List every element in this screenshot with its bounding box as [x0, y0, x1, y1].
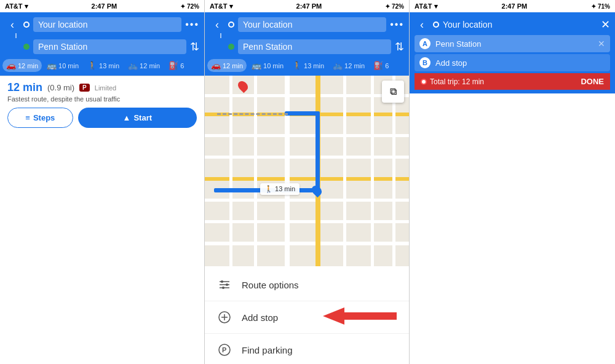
- route-options-icon: [217, 277, 232, 292]
- route-p2-dashed: [217, 113, 288, 116]
- menu-route-options[interactable]: Route options: [205, 269, 409, 301]
- status-right-1: ✦ 72%: [180, 3, 199, 10]
- status-bar-1: AT&T ▾ 2:47 PM ✦ 72%: [0, 0, 204, 12]
- back-button-1[interactable]: ‹: [5, 18, 20, 31]
- tab-bike-2[interactable]: 🚲 12 min: [329, 59, 368, 72]
- red-arrow-panel2: [323, 306, 397, 328]
- more-transport-time-1: 6: [180, 62, 184, 69]
- tab-transit-2[interactable]: 🚌 10 min: [248, 59, 287, 72]
- distance-1: (0.9 mi): [47, 83, 74, 92]
- status-bar-2: AT&T ▾ 2:47 PM ✦ 72%: [205, 0, 409, 12]
- stop-row-b[interactable]: B Add stop: [415, 54, 610, 71]
- menu-find-parking[interactable]: P Find parking: [205, 334, 409, 364]
- connector-2: [220, 33, 221, 38]
- road-p2-h8: [205, 242, 409, 245]
- swap-button-2[interactable]: ⇅: [395, 40, 404, 53]
- battery-icon-1: ✦ 72%: [180, 3, 199, 10]
- blue-header-1: ‹ ••• ⇅: [0, 12, 204, 59]
- transit-time-1: 10 min: [58, 62, 79, 69]
- route-options-label: Route options: [242, 280, 299, 290]
- stop-letter-b: B: [419, 57, 430, 68]
- panel-1: AT&T ▾ 2:47 PM ✦ 72% ‹ ••• ⇅ 🚗 12 min 🚌: [0, 0, 205, 364]
- transit-time-2: 10 min: [263, 62, 284, 69]
- find-parking-label: Find parking: [242, 345, 293, 355]
- transport-tabs-2: 🚗 12 min 🚌 10 min 🚶 13 min 🚲 12 min ⛽ 6: [205, 59, 409, 76]
- svg-text:P: P: [222, 346, 226, 354]
- tab-walk-2[interactable]: 🚶 13 min: [288, 59, 328, 72]
- dest-input-1[interactable]: [33, 39, 186, 54]
- status-left-2: AT&T ▾: [210, 2, 233, 10]
- walk-icon-1: 🚶: [87, 61, 97, 70]
- blue-header-2: ‹ ••• ⇅: [205, 12, 409, 59]
- bike-time-1: 12 min: [140, 62, 160, 69]
- status-time-3: 2:47 PM: [502, 2, 528, 10]
- back-button-3[interactable]: ‹: [415, 18, 429, 31]
- road-p2-v1: [229, 76, 232, 266]
- origin-dot-3: [433, 22, 439, 28]
- carrier-2: AT&T ▾: [210, 2, 233, 10]
- status-bar-3: AT&T ▾ 2:47 PM ✦ 71%: [410, 0, 615, 12]
- back-button-2[interactable]: ‹: [210, 18, 224, 31]
- battery-icon-3: ✦ 71%: [591, 3, 610, 10]
- big-time-1: 12 min: [7, 81, 42, 94]
- more-transport-icon-2: ⛽: [373, 61, 383, 70]
- status-right-2: ✦ 72%: [385, 3, 404, 10]
- svg-point-6: [222, 287, 224, 289]
- road-p2-v2: [254, 76, 257, 266]
- road-p2-h4: [205, 156, 409, 159]
- close-button-3[interactable]: ✕: [601, 18, 610, 31]
- status-time-2: 2:47 PM: [296, 2, 322, 10]
- menu-list-2: Route options Add stop P Find parking: [205, 266, 409, 364]
- tab-more-1[interactable]: ⛽ 6: [165, 59, 188, 72]
- drive-time-2: 12 min: [223, 62, 243, 69]
- bike-icon-1: 🚲: [128, 61, 138, 70]
- road-p2-h6: [205, 199, 409, 202]
- svg-point-4: [221, 280, 223, 283]
- connector-1: [15, 33, 17, 38]
- stop-close-a[interactable]: ✕: [598, 39, 605, 49]
- panel-3: AT&T ▾ 2:47 PM ✦ 71% ‹ Your location ✕ A…: [410, 0, 615, 364]
- road-p2-v6: [371, 76, 374, 266]
- tab-walk-1[interactable]: 🚶 13 min: [84, 59, 123, 72]
- stop-name-b: Add stop: [435, 58, 605, 68]
- status-right-3: ✦ 71%: [591, 3, 610, 10]
- walk-time-chip-2: 🚶 13 min: [260, 183, 300, 195]
- more-transport-icon-1: ⛽: [169, 61, 178, 70]
- bike-time-2: 12 min: [344, 62, 365, 69]
- menu-add-stop[interactable]: Add stop: [205, 301, 409, 334]
- start-button-1[interactable]: ▲ Start: [78, 108, 197, 128]
- svg-point-5: [226, 283, 228, 286]
- road-p2-v3: [285, 76, 290, 266]
- stop-name-a: Penn Station: [435, 39, 593, 49]
- car-icon-2: 🚗: [211, 61, 221, 70]
- route-p2-seg2: [315, 111, 320, 191]
- dest-input-2[interactable]: [238, 39, 391, 54]
- tab-more-2[interactable]: ⛽ 6: [370, 59, 392, 72]
- drive-time-1: 12 min: [18, 62, 38, 69]
- tab-drive-1[interactable]: 🚗 12 min: [2, 59, 42, 72]
- bus-icon-2: 🚌: [252, 61, 261, 70]
- road-p2-v7: [392, 76, 395, 266]
- steps-button-1[interactable]: ≡ Steps: [7, 108, 73, 128]
- layer-button-2[interactable]: ⧉: [382, 81, 404, 103]
- limited-label-1: Limited: [95, 84, 116, 92]
- route-p2-seg1: [285, 111, 319, 116]
- stop-row-a[interactable]: A Penn Station ✕: [415, 35, 610, 52]
- more-button-2[interactable]: •••: [390, 19, 404, 30]
- navigate-icon-1: ▲: [123, 113, 131, 122]
- total-trip-text: Total trip: 12 min: [430, 77, 484, 86]
- tab-bike-1[interactable]: 🚲 12 min: [124, 59, 164, 72]
- map-bg-2: 🚶 13 min ⧉: [205, 76, 409, 266]
- swap-button-1[interactable]: ⇅: [190, 40, 199, 53]
- tab-drive-2[interactable]: 🚗 12 min: [207, 59, 247, 72]
- origin-input-2[interactable]: [238, 17, 386, 32]
- battery-icon-2: ✦ 72%: [385, 3, 404, 10]
- add-stop-icon: [217, 310, 232, 325]
- find-parking-icon: P: [217, 342, 232, 357]
- more-transport-time-2: 6: [385, 62, 389, 69]
- transport-tabs-1: 🚗 12 min 🚌 10 min 🚶 13 min 🚲 12 min ⛽ 6: [0, 59, 204, 76]
- tab-transit-1[interactable]: 🚌 10 min: [43, 59, 82, 72]
- more-button-1[interactable]: •••: [185, 19, 199, 30]
- done-button[interactable]: DONE: [581, 77, 604, 86]
- origin-input-1[interactable]: [33, 17, 181, 32]
